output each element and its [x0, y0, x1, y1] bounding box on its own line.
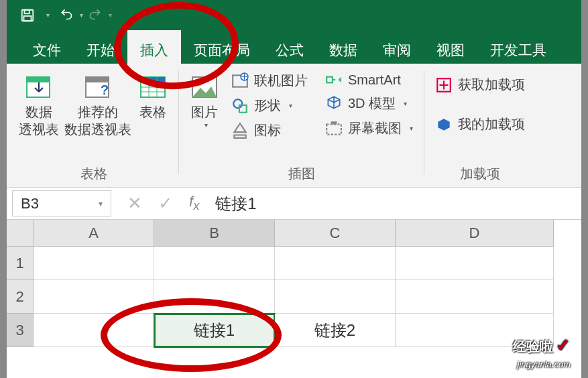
- model3d-icon: [325, 96, 343, 112]
- tab-insert[interactable]: 插入: [127, 30, 181, 64]
- formula-content[interactable]: 链接1: [215, 193, 256, 214]
- icons-button[interactable]: 图标: [227, 120, 312, 141]
- my-addins-button[interactable]: 我的加载项: [431, 114, 529, 135]
- ribbon: 数据 透视表 ? 推荐的 数据透视表 表格 表格 图片 ▾: [7, 64, 581, 188]
- cell[interactable]: [396, 247, 554, 280]
- recommended-pivot-button[interactable]: ? 推荐的 数据透视表: [62, 70, 134, 141]
- fx-icon[interactable]: fx: [189, 193, 199, 213]
- pivot-table-icon: [23, 73, 55, 103]
- dropdown-icon: ▾: [410, 125, 413, 132]
- model3d-button[interactable]: 3D 模型 ▾: [321, 93, 417, 114]
- svg-rect-20: [327, 77, 333, 83]
- svg-point-18: [233, 99, 242, 108]
- dropdown-icon: ▾: [289, 102, 292, 109]
- undo-icon[interactable]: [60, 7, 73, 23]
- cell[interactable]: [154, 280, 275, 314]
- tab-file[interactable]: 文件: [20, 30, 74, 64]
- smartart-label: SmartArt: [348, 72, 401, 88]
- row-header[interactable]: 1: [7, 247, 34, 280]
- dropdown-icon: ▾: [404, 100, 407, 107]
- name-box-dropdown-icon[interactable]: ▾: [99, 199, 103, 208]
- my-addins-icon: [435, 117, 453, 133]
- smartart-button[interactable]: SmartArt: [321, 70, 417, 89]
- svg-rect-19: [239, 105, 247, 112]
- select-all-corner[interactable]: [7, 220, 34, 247]
- icons-icon: [231, 123, 249, 139]
- check-icon: ✓: [556, 335, 571, 355]
- svg-rect-6: [86, 77, 109, 82]
- name-box[interactable]: B3 ▾: [12, 190, 111, 216]
- cell[interactable]: [396, 280, 554, 314]
- save-icon[interactable]: [20, 8, 35, 23]
- svg-rect-1: [24, 9, 29, 13]
- tab-data[interactable]: 数据: [316, 30, 370, 64]
- cell[interactable]: [275, 247, 396, 280]
- cell[interactable]: [275, 280, 396, 314]
- redo-icon[interactable]: [89, 7, 102, 23]
- tab-home[interactable]: 开始: [74, 30, 127, 64]
- tab-review[interactable]: 审阅: [370, 30, 424, 64]
- title-bar: ▾ ▾ ▾: [7, 0, 581, 30]
- svg-point-15: [196, 81, 202, 86]
- col-header[interactable]: D: [396, 220, 554, 247]
- illustrations-group-label: 插图: [288, 165, 315, 187]
- undo-dropdown-icon[interactable]: ▾: [80, 11, 83, 19]
- col-header[interactable]: A: [34, 220, 154, 247]
- redo-dropdown-icon[interactable]: ▾: [109, 11, 112, 19]
- table-label: 表格: [139, 103, 166, 121]
- row-header[interactable]: 2: [7, 280, 34, 314]
- cell[interactable]: [154, 247, 275, 280]
- icons-label: 图标: [254, 121, 281, 139]
- svg-rect-4: [27, 77, 50, 82]
- picture-label: 图片: [191, 103, 218, 121]
- smartart-icon: [325, 72, 343, 88]
- watermark-url: jingyanla.com: [518, 359, 571, 369]
- ribbon-tabs: 文件 开始 插入 页面布局 公式 数据 审阅 视图 开发工具: [7, 30, 581, 64]
- get-addins-icon: [435, 77, 453, 93]
- recommended-pivot-label: 推荐的 数据透视表: [64, 103, 131, 138]
- watermark-title: 经验啦: [513, 339, 553, 354]
- spreadsheet: A B C D 1 2 3 链接1 链接2: [7, 220, 581, 347]
- cell[interactable]: [34, 280, 154, 314]
- screenshot-button[interactable]: 屏幕截图 ▾: [321, 118, 417, 139]
- col-header[interactable]: B: [154, 220, 275, 247]
- picture-button[interactable]: 图片 ▾: [186, 70, 223, 131]
- online-picture-button[interactable]: 联机图片: [227, 70, 312, 91]
- get-addins-button[interactable]: 获取加载项: [431, 74, 529, 95]
- col-header[interactable]: C: [275, 220, 396, 247]
- cancel-icon[interactable]: ✕: [127, 193, 142, 214]
- name-box-value: B3: [21, 195, 39, 212]
- tables-group-label: 表格: [80, 165, 107, 187]
- cell[interactable]: 链接2: [275, 314, 396, 347]
- addins-group-label: 加载项: [460, 165, 500, 187]
- picture-icon: [188, 73, 221, 103]
- tab-formula[interactable]: 公式: [263, 30, 316, 64]
- save-dropdown-icon[interactable]: ▾: [46, 11, 50, 19]
- confirm-icon[interactable]: ✓: [158, 193, 173, 214]
- tab-view[interactable]: 视图: [424, 30, 477, 64]
- svg-text:?: ?: [101, 82, 109, 97]
- recommended-pivot-icon: ?: [82, 73, 114, 103]
- table-button[interactable]: 表格: [134, 70, 172, 141]
- tab-dev[interactable]: 开发工具: [477, 30, 559, 64]
- screenshot-icon: [325, 121, 343, 137]
- pivot-table-button[interactable]: 数据 透视表: [16, 70, 62, 141]
- cell-selected[interactable]: 链接1: [154, 314, 275, 347]
- online-picture-label: 联机图片: [254, 72, 308, 90]
- separator: [178, 70, 179, 174]
- cell[interactable]: [34, 247, 154, 280]
- svg-rect-2: [24, 15, 32, 20]
- row-header[interactable]: 3: [7, 314, 34, 347]
- tab-layout[interactable]: 页面布局: [181, 30, 263, 64]
- shapes-button[interactable]: 形状 ▾: [227, 95, 312, 116]
- separator: [424, 70, 424, 174]
- pivot-table-label: 数据 透视表: [19, 103, 59, 138]
- cell[interactable]: [34, 314, 154, 347]
- dropdown-icon: ▾: [204, 121, 208, 129]
- svg-rect-9: [141, 77, 165, 82]
- get-addins-label: 获取加载项: [458, 76, 525, 94]
- shapes-icon: [231, 98, 249, 114]
- online-picture-icon: [231, 73, 249, 89]
- table-icon: [137, 73, 169, 103]
- screenshot-label: 屏幕截图: [348, 119, 402, 137]
